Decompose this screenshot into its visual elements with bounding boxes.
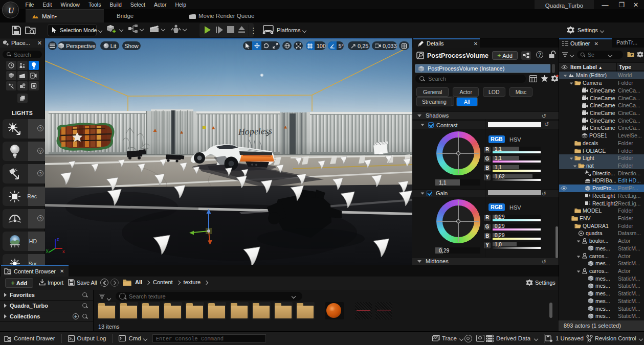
svg-text:x: x [62, 249, 65, 254]
svg-text:z: z [57, 237, 59, 242]
svg-text:U: U [8, 6, 15, 15]
svg-text:y: y [46, 248, 49, 253]
